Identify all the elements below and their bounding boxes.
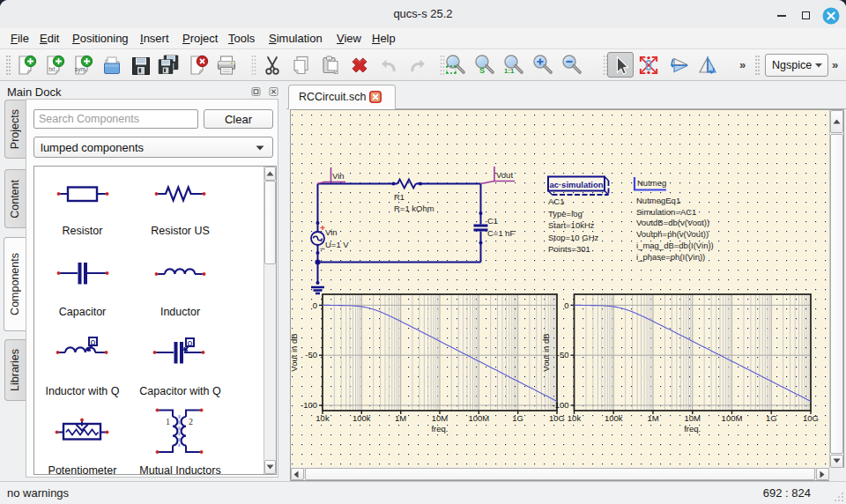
svg-text:0: 0 bbox=[564, 300, 568, 310]
svg-text:Vout in dB: Vout in dB bbox=[541, 333, 551, 371]
svg-text:100M: 100M bbox=[722, 413, 743, 423]
svg-text:1G: 1G bbox=[766, 413, 777, 423]
svg-text:Vin: Vin bbox=[332, 171, 345, 181]
svg-text:Vin: Vin bbox=[325, 227, 338, 237]
svg-text:-50: -50 bbox=[557, 350, 569, 359]
svg-text:10k: 10k bbox=[568, 413, 582, 423]
svg-text:1: 1 bbox=[166, 417, 170, 426]
svg-text:VoutdB=db(v(Vout)): VoutdB=db(v(Vout)) bbox=[636, 218, 709, 227]
svg-text:C=1 nF: C=1 nF bbox=[487, 228, 516, 238]
svg-text:Start=10kHz: Start=10kHz bbox=[548, 220, 595, 230]
svg-text:R=1 kOhm: R=1 kOhm bbox=[394, 204, 434, 213]
svg-text:AC1: AC1 bbox=[548, 196, 564, 206]
svg-text:100k: 100k bbox=[352, 413, 371, 423]
svg-text:1M: 1M bbox=[395, 413, 406, 423]
svg-text:1M: 1M bbox=[647, 413, 658, 423]
svg-text:Vout: Vout bbox=[496, 170, 513, 180]
svg-text:10G: 10G bbox=[549, 413, 565, 423]
svg-text:Vout in dB: Vout in dB bbox=[291, 333, 299, 371]
svg-text:Q: Q bbox=[188, 340, 193, 347]
svg-text:NutmegEq1: NutmegEq1 bbox=[636, 196, 680, 205]
svg-text:10k: 10k bbox=[315, 413, 330, 423]
svg-text:freq.: freq. bbox=[431, 424, 448, 434]
svg-text:-100: -100 bbox=[301, 400, 317, 410]
svg-text:S: S bbox=[479, 66, 485, 75]
svg-text:freq.: freq. bbox=[684, 424, 701, 434]
svg-text:100M: 100M bbox=[468, 413, 489, 423]
svg-text:-50: -50 bbox=[305, 350, 317, 359]
svg-text:1G: 1G bbox=[512, 413, 523, 423]
svg-text:R1: R1 bbox=[394, 192, 404, 202]
svg-text:1:1: 1:1 bbox=[504, 67, 515, 75]
svg-text:100k: 100k bbox=[605, 413, 623, 423]
svg-text:0: 0 bbox=[313, 300, 317, 310]
svg-text:Points=301: Points=301 bbox=[548, 244, 590, 254]
svg-text:10M: 10M bbox=[432, 413, 449, 423]
svg-text:C1: C1 bbox=[487, 216, 498, 226]
svg-text:-100: -100 bbox=[552, 400, 568, 410]
svg-text:Stop=10 GHz: Stop=10 GHz bbox=[548, 233, 599, 242]
svg-text:Nutmeg: Nutmeg bbox=[637, 178, 666, 188]
svg-text:Simulation=AC1: Simulation=AC1 bbox=[636, 207, 696, 217]
svg-text:10G: 10G bbox=[803, 413, 819, 423]
svg-text:ac·simulation: ac·simulation bbox=[549, 180, 603, 189]
svg-text:i_mag_dB=db(I(Vin)): i_mag_dB=db(I(Vin)) bbox=[636, 241, 714, 250]
svg-text:10M: 10M bbox=[685, 413, 701, 423]
svg-text:U=1 V: U=1 V bbox=[325, 240, 349, 249]
svg-text:i_phase=ph(I(Vin)): i_phase=ph(I(Vin)) bbox=[636, 252, 705, 262]
svg-text:Type=log: Type=log bbox=[548, 209, 583, 219]
svg-text:2: 2 bbox=[189, 417, 193, 426]
svg-text:Voutph=ph(v(Vout)): Voutph=ph(v(Vout)) bbox=[636, 229, 709, 239]
svg-text:Q: Q bbox=[91, 339, 96, 346]
